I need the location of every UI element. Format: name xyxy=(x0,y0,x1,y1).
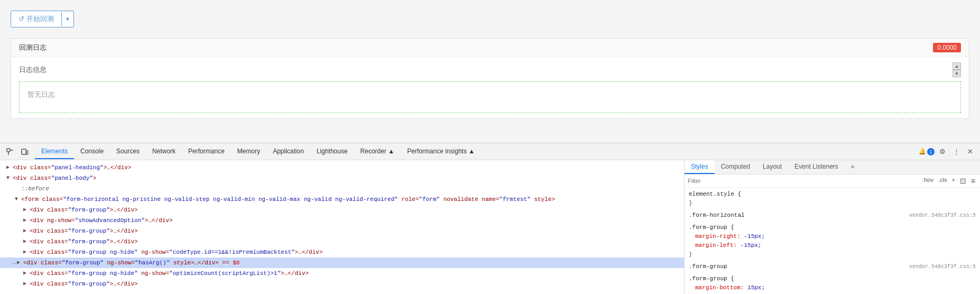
filter-cls-button[interactable]: .cls xyxy=(937,176,949,186)
dom-triangle[interactable]: ▶ xyxy=(23,226,30,236)
svg-rect-0 xyxy=(7,149,10,152)
log-section: 回测日志 0.0000 日志信息 ▲ ▼ 暂无日志 xyxy=(11,38,969,119)
tab-network[interactable]: Network xyxy=(146,144,182,159)
filter-state-buttons: :hov .cls + ⊡ ≡ xyxy=(921,176,977,186)
styles-tab-styles[interactable]: Styles xyxy=(685,160,715,174)
log-empty-text: 暂无日志 xyxy=(27,90,55,98)
start-button-group[interactable]: ↺ 开始回测 ▾ xyxy=(11,11,74,27)
svg-rect-4 xyxy=(26,151,28,154)
dom-triangle[interactable]: ▶ xyxy=(17,258,23,268)
styles-content: element.style { } .form-horizontal vendo… xyxy=(685,188,980,294)
notification-icon: 🔔 xyxy=(919,148,926,155)
start-dropdown-button[interactable]: ▾ xyxy=(61,12,73,26)
devtools-content: ▶ <div class="panel-heading">…</div> ▼ <… xyxy=(0,160,980,294)
devtools-right-icons: 🔔 1 ⚙ ⋮ ✕ xyxy=(919,146,976,158)
filter-icon-btn2[interactable]: ≡ xyxy=(969,176,977,186)
filter-icon-btn1[interactable]: ⊡ xyxy=(958,176,968,186)
dom-line: ▼ <div class="panel-body"> xyxy=(0,173,684,183)
dom-line: ▶ <div class="form-group">…</div> xyxy=(0,205,684,215)
inspect-element-button[interactable] xyxy=(4,146,16,158)
log-body: 日志信息 ▲ ▼ 暂无日志 xyxy=(11,57,969,118)
dom-triangle[interactable]: ▼ xyxy=(15,195,21,204)
dom-line-highlighted: … ▶ <div class="form-group" ng-show="has… xyxy=(0,258,684,268)
styles-panel: Styles Computed Layout Event Listeners »… xyxy=(684,160,980,294)
elements-panel[interactable]: ▶ <div class="panel-heading">…</div> ▼ <… xyxy=(0,160,684,294)
notification-area: 🔔 1 xyxy=(919,148,935,155)
dom-triangle[interactable]: ▶ xyxy=(23,237,30,246)
styles-tab-event-listeners[interactable]: Event Listeners xyxy=(788,160,845,174)
dom-line: ▶ <div ng-show="showAdvancedOption">…</d… xyxy=(0,215,684,226)
dom-line: ▶ <div class="form-group">…</div> xyxy=(0,236,684,247)
dom-line: ::before xyxy=(0,183,684,194)
tab-recorder[interactable]: Recorder ▲ xyxy=(354,144,401,159)
tab-application[interactable]: Application xyxy=(266,144,310,159)
dom-triangle[interactable]: ▶ xyxy=(23,247,30,257)
log-title: 回测日志 xyxy=(19,43,47,52)
button-area: ↺ 开始回测 ▾ xyxy=(11,5,969,33)
tab-memory[interactable]: Memory xyxy=(231,144,266,159)
dom-triangle[interactable]: ▶ xyxy=(23,279,30,289)
main-content: ↺ 开始回测 ▾ 回测日志 0.0000 日志信息 ▲ ▼ 暂无日志 xyxy=(0,0,980,143)
dom-triangle[interactable]: ▶ xyxy=(23,269,30,278)
tab-sources[interactable]: Sources xyxy=(110,144,146,159)
dom-line: ▶ <div class="form-group ng-hide" ng-sho… xyxy=(0,268,684,279)
dom-line: ▶ <div class="form-group">…</div> xyxy=(0,226,684,236)
tab-elements[interactable]: Elements xyxy=(35,144,74,159)
more-options-button[interactable]: ⋮ xyxy=(950,146,962,158)
notification-badge: 1 xyxy=(927,148,935,155)
log-scroll-down[interactable]: ▼ xyxy=(953,70,961,77)
style-rule-element: element.style { } xyxy=(689,190,976,208)
dom-triangle[interactable]: ▼ xyxy=(6,173,13,183)
style-rule-form-horizontal: .form-horizontal vendor.548c3f3f.css:5 xyxy=(689,211,976,220)
styles-tab-computed[interactable]: Computed xyxy=(715,160,756,174)
devtools-left-icons xyxy=(4,146,31,158)
dom-line: ▼ <form class="form-horizontal ng-pristi… xyxy=(0,194,684,205)
styles-filter-bar: :hov .cls + ⊡ ≡ xyxy=(685,174,980,188)
devtools-panel: Elements Console Sources Network Perform… xyxy=(0,143,980,294)
style-rule-form-group2: .form-group vendor.548c3f3f.css:5 xyxy=(689,262,976,271)
tab-lighthouse[interactable]: Lighthouse xyxy=(310,144,354,159)
tab-performance[interactable]: Performance xyxy=(182,144,231,159)
devtools-tabs: Elements Console Sources Network Perform… xyxy=(35,144,919,159)
log-info-area: 日志信息 ▲ ▼ xyxy=(19,62,961,77)
log-info-label: 日志信息 xyxy=(19,65,47,75)
dom-line: ▶ <div class="form-group">…</div> xyxy=(0,279,684,289)
dom-triangle[interactable]: ▶ xyxy=(6,163,13,172)
close-devtools-button[interactable]: ✕ xyxy=(964,146,976,158)
log-badge: 0.0000 xyxy=(933,43,961,52)
start-button[interactable]: ↺ 开始回测 xyxy=(11,11,61,27)
log-header: 回测日志 0.0000 xyxy=(11,39,969,57)
dom-triangle[interactable]: ▶ xyxy=(23,216,30,225)
style-rule-form-group: .form-group { margin-right: -15px; margi… xyxy=(689,223,976,259)
log-scroll-controls[interactable]: ▲ ▼ xyxy=(953,62,961,77)
log-scroll-up[interactable]: ▲ xyxy=(953,62,961,70)
devtools-toolbar: Elements Console Sources Network Perform… xyxy=(0,143,980,160)
settings-button[interactable]: ⚙ xyxy=(937,146,948,158)
styles-tab-more[interactable]: » xyxy=(845,160,861,174)
filter-add-button[interactable]: + xyxy=(950,176,956,186)
styles-filter-input[interactable] xyxy=(688,178,919,184)
style-rule-form-group3: .form-group { margin-bottom: 15px; xyxy=(689,274,976,292)
device-toggle-button[interactable] xyxy=(19,146,31,158)
filter-hov-button[interactable]: :hov xyxy=(921,176,935,186)
dom-triangle[interactable]: ▶ xyxy=(23,205,30,215)
dom-line: ▶ <div class="panel-heading">…</div> xyxy=(0,162,684,173)
svg-rect-3 xyxy=(22,149,26,154)
dom-line: ▶ <div class="form-group ng-hide" ng-sho… xyxy=(0,247,684,258)
tab-console[interactable]: Console xyxy=(74,144,110,159)
styles-tab-layout[interactable]: Layout xyxy=(756,160,788,174)
log-content-area: 暂无日志 xyxy=(19,81,961,113)
styles-tabs: Styles Computed Layout Event Listeners » xyxy=(685,160,980,174)
three-dots-icon: … xyxy=(13,258,16,268)
tab-performance-insights[interactable]: Performance insights ▲ xyxy=(401,144,481,159)
